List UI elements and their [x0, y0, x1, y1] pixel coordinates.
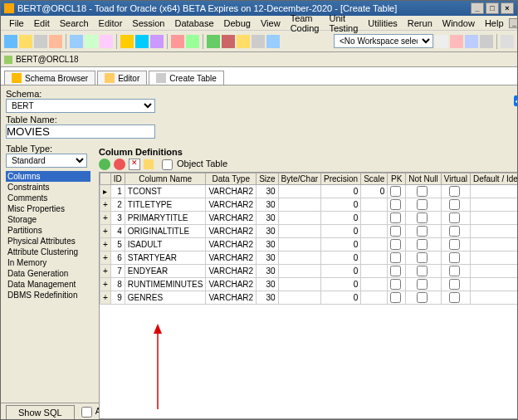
connection-label[interactable]: BERT@ORCL18 [16, 55, 79, 64]
cell-size[interactable]: 30 [257, 185, 278, 198]
tool-icon[interactable] [252, 35, 265, 48]
cell-colname[interactable]: TCONST [125, 185, 206, 198]
menu-search[interactable]: Search [55, 18, 94, 28]
row-expand-icon[interactable]: + [100, 212, 111, 225]
cell-bytechar[interactable] [278, 291, 320, 305]
workspace-combo[interactable]: <No Workspace selected> [334, 34, 433, 48]
col-header[interactable]: Scale [361, 173, 388, 185]
tool-icon[interactable] [171, 35, 184, 48]
cell-default[interactable] [470, 238, 518, 252]
cell-pk[interactable] [388, 212, 406, 225]
tree-partitions[interactable]: Partitions [6, 225, 90, 236]
cell-pk[interactable] [388, 225, 406, 238]
tree-inmemory[interactable]: In Memory [6, 257, 90, 268]
cell-bytechar[interactable] [278, 265, 320, 278]
tree-misc[interactable]: Misc Properties [6, 203, 90, 214]
tool-icon[interactable] [85, 35, 98, 48]
table-row[interactable]: +5ISADULTVARCHAR2300 [100, 238, 519, 252]
cell-pk[interactable] [388, 265, 406, 278]
menu-help[interactable]: Help [480, 18, 509, 28]
cell-default[interactable] [470, 265, 518, 278]
tool-icon[interactable] [480, 35, 493, 48]
maximize-button[interactable]: □ [486, 2, 499, 14]
tree-attrcluster[interactable]: Attribute Clustering [6, 247, 90, 257]
tool-icon[interactable] [135, 35, 149, 48]
cell-size[interactable]: 30 [257, 212, 278, 225]
col-header[interactable]: Precision [321, 173, 361, 185]
cell-id[interactable]: 2 [110, 198, 125, 212]
commit-icon[interactable] [207, 35, 220, 48]
tool-icon[interactable] [34, 35, 47, 48]
columns-grid[interactable]: IDColumn NameData TypeSizeByte/CharPreci… [99, 172, 518, 419]
row-expand-icon[interactable]: + [100, 252, 111, 265]
tabletype-combo[interactable]: Standard [6, 154, 87, 168]
cell-size[interactable]: 30 [257, 265, 278, 278]
cell-default[interactable] [470, 212, 518, 225]
col-header[interactable]: Default / Identity [470, 173, 518, 185]
cell-default[interactable] [470, 198, 518, 212]
tab-create-table[interactable]: Create Table [149, 71, 224, 85]
menu-teamcoding[interactable]: Team Coding [286, 13, 325, 33]
cell-precision[interactable]: 0 [321, 265, 361, 278]
cell-precision[interactable]: 0 [321, 185, 361, 198]
row-expand-icon[interactable]: + [100, 265, 111, 278]
table-row[interactable]: ▸1TCONSTVARCHAR23000 [100, 185, 519, 198]
cell-virtual[interactable] [441, 198, 470, 212]
menu-edit[interactable]: Edit [29, 18, 55, 28]
tab-schema-browser[interactable]: Schema Browser [4, 71, 95, 85]
cell-pk[interactable] [388, 278, 406, 291]
advanced-checkbox[interactable]: Display advanced features [514, 95, 518, 106]
schema-combo[interactable]: BERT [6, 99, 155, 113]
tool-icon[interactable] [120, 35, 134, 48]
col-header[interactable] [100, 173, 111, 185]
cell-id[interactable]: 3 [110, 212, 125, 225]
cell-precision[interactable]: 0 [321, 225, 361, 238]
col-header[interactable]: Not Null [406, 173, 442, 185]
cell-default[interactable] [470, 278, 518, 291]
row-expand-icon[interactable]: ▸ [100, 185, 111, 198]
tool-icon[interactable] [450, 35, 463, 48]
tool-icon[interactable] [49, 35, 62, 48]
tool-icon[interactable] [266, 35, 280, 48]
cell-pk[interactable] [388, 238, 406, 252]
cell-virtual[interactable] [441, 185, 470, 198]
cell-colname[interactable]: RUNTIMEMINUTES [125, 278, 206, 291]
cell-id[interactable]: 1 [110, 185, 125, 198]
row-expand-icon[interactable]: + [100, 198, 111, 212]
cell-default[interactable] [470, 185, 518, 198]
cell-size[interactable]: 30 [257, 291, 278, 305]
tool-icon[interactable] [100, 35, 113, 48]
cell-notnull[interactable] [406, 252, 442, 265]
menu-view[interactable]: View [256, 18, 286, 28]
menu-debug[interactable]: Debug [219, 18, 256, 28]
cell-colname[interactable]: ISADULT [125, 238, 206, 252]
cell-id[interactable]: 7 [110, 265, 125, 278]
menu-session[interactable]: Session [127, 18, 169, 28]
cell-datatype[interactable]: VARCHAR2 [206, 265, 257, 278]
minimize-button[interactable]: _ [471, 2, 484, 14]
cell-scale[interactable] [361, 212, 388, 225]
cell-scale[interactable] [361, 278, 388, 291]
cell-pk[interactable] [388, 252, 406, 265]
cell-pk[interactable] [388, 185, 406, 198]
menu-editor[interactable]: Editor [94, 18, 128, 28]
cell-datatype[interactable]: VARCHAR2 [206, 212, 257, 225]
cell-precision[interactable]: 0 [321, 252, 361, 265]
cell-notnull[interactable] [406, 212, 442, 225]
remove-row-button[interactable] [114, 159, 125, 170]
cell-default[interactable] [470, 291, 518, 305]
cell-bytechar[interactable] [278, 225, 320, 238]
cell-virtual[interactable] [441, 212, 470, 225]
tool-icon[interactable] [19, 35, 32, 48]
cell-size[interactable]: 30 [257, 198, 278, 212]
cell-default[interactable] [470, 252, 518, 265]
tree-columns[interactable]: Columns [6, 171, 90, 182]
cell-datatype[interactable]: VARCHAR2 [206, 225, 257, 238]
cell-id[interactable]: 4 [110, 225, 125, 238]
cell-colname[interactable]: GENRES [125, 291, 206, 305]
cell-colname[interactable]: PRIMARYTITLE [125, 212, 206, 225]
cell-bytechar[interactable] [278, 238, 320, 252]
cell-virtual[interactable] [441, 252, 470, 265]
tool-icon[interactable] [501, 35, 514, 48]
cell-scale[interactable]: 0 [361, 185, 388, 198]
